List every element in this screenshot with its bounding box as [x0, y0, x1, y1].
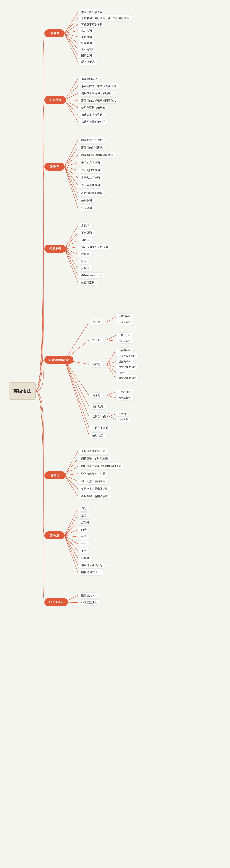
svg-line-50	[107, 396, 116, 398]
sub-verb-present-cont: 现在进行时	[116, 319, 134, 325]
leaf-det-7: difference words	[78, 272, 104, 279]
sub-verb-future-perf-cont: 将来完成进行时	[116, 375, 139, 381]
svg-line-57	[64, 451, 78, 475]
sub-verb-will-simple: 一般将来时	[116, 389, 134, 395]
leaf-punc-6: 引号	[78, 548, 90, 554]
svg-line-7	[64, 33, 78, 56]
svg-line-47	[107, 364, 116, 378]
svg-line-70	[64, 535, 78, 551]
sub-verb-gerund: 动名词	[116, 411, 129, 416]
leaf-nouns-8: 所有格形式	[78, 59, 98, 65]
category-nouns[interactable]: ① 名词	[45, 29, 64, 37]
category-det[interactable]: ④ 限定词	[45, 245, 66, 253]
svg-line-39	[107, 336, 116, 340]
leaf-rep-6: 引用希望、意图及承诺	[78, 493, 111, 499]
leaf-det-2: 指定词	[78, 237, 92, 243]
category-punct[interactable]: ⑦ 标点	[45, 531, 64, 539]
category-adv[interactable]: ③ 副词	[45, 163, 64, 170]
sub-verb-present-simple: 一般现在时	[116, 313, 134, 319]
svg-line-67	[64, 530, 78, 535]
leaf-nouns-6: 大小写规则	[78, 46, 98, 53]
leaf-verb-present: 现在时	[89, 319, 104, 325]
svg-line-2	[64, 25, 78, 33]
svg-line-63	[64, 475, 78, 496]
leaf-verb-perfect: 完成时	[89, 361, 104, 368]
svg-line-28	[64, 240, 78, 249]
category-verbs[interactable]: ⑤ 动词和动词时态	[45, 356, 74, 364]
leaf-punc-7: 省略号	[78, 555, 92, 561]
leaf-verb-future: 将来时	[89, 392, 104, 399]
leaf-verb-passive: 被动语态	[89, 432, 106, 439]
svg-line-24	[64, 166, 78, 200]
leaf-rep-3: 疑问形式和间接引语	[78, 470, 109, 477]
svg-line-48	[64, 360, 89, 396]
svg-line-45	[107, 364, 116, 367]
svg-line-60	[64, 474, 78, 475]
leaf-det-0: 定冠词	[78, 223, 92, 229]
leaf-verb-infinitive: 动词的不定式	[89, 425, 112, 431]
leaf-punc-1: 逗号	[78, 512, 90, 519]
leaf-det-5: 数字	[78, 258, 90, 265]
leaf-adj-4: 使用形容词比较属性	[78, 104, 109, 111]
svg-line-34	[64, 249, 78, 283]
svg-line-46	[107, 364, 116, 373]
svg-line-42	[107, 350, 116, 364]
leaf-det-1: 不定冠词	[78, 230, 95, 236]
leaf-adv-4: 表示时间的副词	[78, 167, 103, 173]
leaf-rel-1: 非限定性从句	[78, 599, 100, 606]
leaf-adv-9: 疑问副词	[78, 205, 95, 211]
svg-line-35	[64, 322, 89, 360]
leaf-nouns-3: 指定代词	[78, 28, 95, 34]
svg-line-44	[107, 362, 116, 364]
svg-line-71	[64, 535, 78, 558]
svg-line-11	[64, 93, 78, 100]
svg-line-55	[64, 360, 89, 428]
svg-line-15	[64, 100, 78, 122]
leaf-adv-1: 形容词的副词形式	[78, 145, 106, 151]
svg-line-32	[64, 249, 78, 268]
leaf-adj-5: 描述等量的形容词	[78, 112, 106, 118]
svg-line-1	[64, 18, 78, 33]
svg-line-56	[64, 360, 89, 435]
category-reported[interactable]: ⑥ 引语	[45, 471, 66, 479]
svg-line-6	[64, 33, 78, 49]
svg-line-5	[64, 33, 78, 43]
leaf-punc-0: 句号	[78, 505, 90, 512]
svg-line-27	[64, 233, 78, 249]
leaf-rel-0: 限定性从句	[78, 592, 98, 598]
svg-line-8	[64, 33, 78, 62]
leaf-punc-3: 问号	[78, 527, 90, 533]
svg-line-21	[64, 166, 78, 178]
leaf-nouns-4: 不定代词	[78, 34, 95, 40]
svg-line-61	[64, 475, 78, 481]
sub-verb-future: 将来时	[116, 370, 129, 375]
leaf-det-6: 分配词	[78, 265, 92, 272]
sub-verb-past-simple: 一般过去时	[116, 332, 134, 338]
leaf-nouns-5: 复合名词	[78, 40, 95, 46]
svg-line-43	[107, 356, 116, 364]
svg-line-30	[64, 249, 78, 254]
svg-line-19	[64, 163, 78, 166]
svg-line-10	[64, 86, 78, 100]
svg-line-29	[64, 247, 78, 249]
svg-line-9	[64, 79, 78, 100]
category-adj[interactable]: ② 形容词	[45, 96, 66, 104]
leaf-rep-5: 引用指令、需求及建议	[78, 486, 111, 492]
category-rel[interactable]: ⑧ 关系从句	[45, 598, 68, 606]
svg-line-69	[64, 535, 78, 544]
svg-line-25	[64, 166, 78, 208]
leaf-nouns-0: 带语法性别的名词	[78, 9, 106, 15]
leaf-punc-2: 感叹号	[78, 520, 92, 526]
svg-line-52	[64, 360, 89, 416]
leaf-verb-ing: 动词的ing形式	[89, 413, 113, 420]
leaf-nouns-1: 单数名词，复数名词，及不规则复数名词	[78, 15, 133, 21]
svg-line-65	[64, 516, 78, 535]
svg-line-23	[64, 166, 78, 193]
svg-line-31	[64, 249, 78, 261]
leaf-rep-1: 间接引语中的时态改变	[78, 456, 111, 462]
svg-line-0	[64, 12, 78, 33]
svg-line-62	[64, 475, 78, 489]
svg-line-17	[64, 148, 78, 166]
leaf-det-4: 数量词	[78, 251, 92, 257]
svg-line-49	[107, 392, 116, 396]
